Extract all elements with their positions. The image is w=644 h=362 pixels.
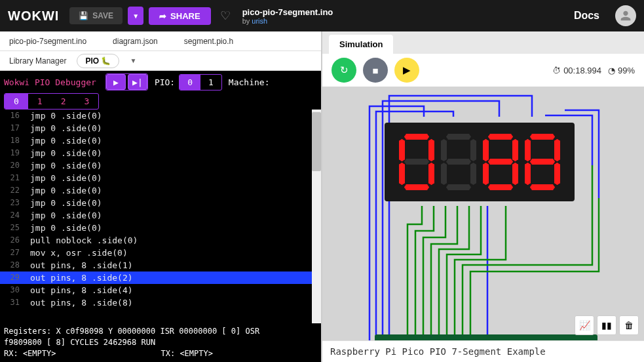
code-line[interactable]: 19jmp 0 .side(0) — [0, 147, 321, 159]
debugger-footer: Registers: X c0f98098 Y 00000000 ISR 000… — [0, 323, 321, 362]
code-line[interactable]: 16jmp 0 .side(0) — [0, 110, 321, 122]
step-icon[interactable]: ▶| — [128, 74, 147, 90]
code-line[interactable]: 24jmp 0 .side(0) — [0, 209, 321, 222]
pio-tab-1[interactable]: 1 — [200, 75, 221, 90]
wire — [415, 206, 434, 340]
line-number: 30 — [4, 284, 20, 296]
simulation-time: ⏱00:18.994 — [552, 66, 601, 75]
line-text: jmp 0 .side(0) — [30, 172, 102, 184]
author-link[interactable]: urish — [252, 17, 267, 25]
line-text: jmp 0 .side(0) — [30, 184, 102, 197]
file-tab[interactable]: segment.pio.h — [184, 37, 233, 46]
sm-tab[interactable]: 1 — [28, 94, 52, 109]
simulation-panel: Simulation ↻ ■ ▶ ⏱00:18.994 ◔99% — [321, 31, 644, 362]
user-avatar[interactable] — [615, 5, 636, 26]
line-text: jmp 0 .side(0) — [30, 159, 102, 172]
code-line[interactable]: 23jmp 0 .side(0) — [0, 197, 321, 209]
code-line[interactable]: 28out pins, 8 .side(1) — [0, 259, 321, 272]
scrollbar[interactable] — [312, 110, 321, 323]
chevron-down-icon[interactable]: ▼ — [130, 57, 136, 64]
share-button[interactable]: ➦SHARE — [149, 7, 211, 25]
code-line[interactable]: 27mov x, osr .side(0) — [0, 247, 321, 259]
project-title: pico-pio-7segment.ino — [242, 7, 333, 17]
line-text: out pins, 8 .side(8) — [30, 296, 133, 309]
restart-button[interactable]: ↻ — [331, 58, 356, 83]
pio-debugger: Wokwi PIO Debugger ▶ ▶| PIO: 0 1 Machine… — [0, 71, 321, 362]
code-line[interactable]: 17jmp 0 .side(0) — [0, 122, 321, 134]
line-text: jmp 0 .side(0) — [30, 222, 102, 234]
restart-icon: ↻ — [340, 64, 349, 76]
line-number: 23 — [4, 197, 20, 209]
pio-selector: 0 1 — [179, 74, 222, 90]
code-line[interactable]: 22jmp 0 .side(0) — [0, 184, 321, 197]
pause-icon[interactable]: ▮▮ — [597, 315, 616, 335]
canvas-controls: 📈 ▮▮ 🗑 — [575, 315, 639, 335]
digit — [482, 132, 520, 191]
share-icon: ➦ — [159, 11, 166, 21]
code-line[interactable]: 31out pins, 8 .side(8) — [0, 296, 321, 309]
pio-badge[interactable]: PIO 🐛 — [77, 54, 119, 68]
line-number: 24 — [4, 209, 20, 222]
code-line[interactable]: 25jmp 0 .side(0) — [0, 222, 321, 234]
pio-tab-0[interactable]: 0 — [180, 75, 200, 90]
line-number: 19 — [4, 147, 20, 159]
simulation-canvas[interactable]: Raspberry Pi Pico ©2020 📈 ▮▮ 🗑 — [322, 87, 644, 340]
play-button[interactable]: ▶ — [394, 58, 419, 83]
logo: WOKWI — [8, 9, 59, 24]
seven-segment-display — [385, 123, 575, 201]
sm-tab[interactable]: 2 — [52, 94, 75, 109]
file-tab[interactable]: diagram.json — [113, 37, 158, 46]
heart-icon[interactable]: ♡ — [220, 9, 231, 23]
trash-icon[interactable]: 🗑 — [619, 315, 639, 335]
play-icon[interactable]: ▶ — [106, 74, 126, 90]
line-number: 29 — [4, 272, 20, 284]
chart-icon[interactable]: 📈 — [575, 315, 594, 335]
play-icon: ▶ — [403, 64, 411, 76]
code-line[interactable]: 18jmp 0 .side(0) — [0, 134, 321, 147]
line-text: jmp 0 .side(0) — [30, 110, 102, 122]
person-icon — [618, 9, 633, 23]
rx-status: RX: <EMPTY> — [4, 348, 56, 359]
line-number: 18 — [4, 134, 20, 147]
line-number: 20 — [4, 159, 20, 172]
toolbar-row: Library Manager PIO 🐛 ▼ — [0, 51, 321, 71]
machine-label: Machine: — [229, 77, 270, 87]
code-line[interactable]: 21jmp 0 .side(0) — [0, 172, 321, 184]
line-text: jmp 0 .side(0) — [30, 122, 102, 134]
line-number: 28 — [4, 259, 20, 272]
save-button[interactable]: 💾SAVE — [69, 7, 123, 24]
pico-board: Raspberry Pi Pico ©2020 — [375, 334, 597, 340]
code-line[interactable]: 26pull noblock .side(0) — [0, 234, 321, 247]
save-icon: 💾 — [79, 11, 88, 20]
code-line[interactable]: 20jmp 0 .side(0) — [0, 159, 321, 172]
code-line[interactable]: 29out pins, 8 .side(2) — [0, 272, 321, 284]
scroll-thumb[interactable] — [312, 112, 321, 171]
code-line[interactable]: 30out pins, 8 .side(4) — [0, 284, 321, 296]
simulation-tab[interactable]: Simulation — [329, 35, 393, 54]
line-number: 21 — [4, 172, 20, 184]
debugger-title: Wokwi PIO Debugger — [4, 77, 96, 87]
wire — [407, 206, 422, 340]
save-dropdown[interactable]: ▼ — [128, 7, 143, 25]
line-number: 26 — [4, 234, 20, 247]
file-tab[interactable]: pico-pio-7segment.ino — [9, 37, 86, 46]
line-number: 25 — [4, 222, 20, 234]
state-machine-selector: 0 1 2 3 — [4, 93, 99, 110]
line-text: jmp 0 .side(0) — [30, 134, 102, 147]
stop-button[interactable]: ■ — [363, 58, 388, 83]
line-text: out pins, 8 .side(1) — [30, 259, 133, 272]
library-manager-link[interactable]: Library Manager — [9, 56, 66, 66]
line-text: out pins, 8 .side(4) — [30, 284, 133, 296]
project-author: by urish — [242, 17, 333, 25]
sm-tab[interactable]: 0 — [5, 94, 28, 109]
digit — [440, 132, 478, 191]
simulation-perf: ◔99% — [608, 66, 635, 75]
project-info: pico-pio-7segment.ino by urish — [242, 7, 333, 25]
digit — [398, 132, 436, 191]
sm-tab[interactable]: 3 — [75, 94, 98, 109]
docs-link[interactable]: Docs — [574, 10, 599, 22]
registers-line: Registers: X c0f98098 Y 00000000 ISR 000… — [4, 326, 317, 337]
code-listing[interactable]: 16jmp 0 .side(0)17jmp 0 .side(0)18jmp 0 … — [0, 110, 321, 323]
line-text: jmp 0 .side(0) — [30, 209, 102, 222]
line-text: jmp 0 .side(0) — [30, 147, 102, 159]
